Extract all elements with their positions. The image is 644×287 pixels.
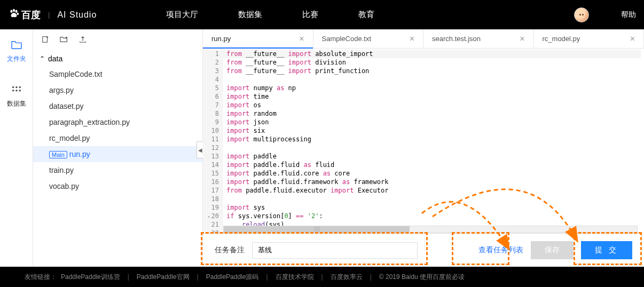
line-gutter: 123456789101112131415161718192021222324 [203,49,223,233]
baidu-text: 百度 [21,9,41,21]
tree-file[interactable]: vocab.py [40,178,196,194]
tab-run-py[interactable]: run.py× [203,29,313,48]
editor-tabs: run.py× SampleCode.txt× search.test.json… [203,29,644,49]
tree-file[interactable]: paragraph_extraction.py [40,114,196,130]
tab-search-json[interactable]: search.test.json× [423,29,534,48]
paw-icon [8,7,20,22]
svg-point-9 [19,90,21,92]
svg-point-7 [12,90,14,92]
tree-file[interactable]: args.py [40,82,196,98]
sidebar-toolbar [33,29,202,51]
footer-link[interactable]: 百度技术学院 [276,273,314,282]
footer-link[interactable]: 百度效率云 [331,273,363,282]
editor-pane: run.py× SampleCode.txt× search.test.json… [203,29,644,267]
tree-file[interactable]: rc_model.py [40,130,196,146]
tree-file[interactable]: dataset.py [40,98,196,114]
rail-folder-label: 文件夹 [7,54,26,63]
collapse-handle[interactable]: ◀ [197,141,203,158]
tree-file[interactable]: SampleCode.txt [40,66,196,82]
caret-icon: ⌃ [40,55,45,62]
svg-point-2 [15,10,18,13]
save-button[interactable]: 保存 [531,241,574,259]
nav-competitions[interactable]: 比赛 [302,10,318,20]
svg-point-6 [19,86,21,89]
close-icon[interactable]: × [299,34,304,44]
svg-point-0 [10,10,12,13]
horizontal-scrollbar[interactable]: │││ [223,226,638,233]
avatar[interactable] [574,7,589,22]
tree-file-selected[interactable]: Mainrun.py [33,146,202,162]
close-icon[interactable]: × [410,34,414,44]
nav-education[interactable]: 教育 [358,10,374,20]
logo-divider: | [48,11,50,19]
rail-dataset-label: 数据集 [7,99,26,108]
svg-point-4 [12,86,14,89]
nav-datasets[interactable]: 数据集 [238,10,262,20]
rail-folder[interactable]: 文件夹 [7,40,26,63]
submit-button[interactable]: 提 交 [581,241,632,259]
tab-label: SampleCode.txt [322,35,372,43]
svg-rect-10 [43,37,48,43]
rail-dataset[interactable]: 数据集 [7,85,26,108]
tree-folder-data[interactable]: ⌃ data [40,51,196,66]
tab-rcmodel[interactable]: rc_model.py× [534,29,645,48]
ai-studio-text[interactable]: AI Studio [57,10,97,20]
close-icon[interactable]: × [630,34,635,44]
header-right: 帮助 [574,7,636,22]
help-link[interactable]: 帮助 [621,10,636,20]
new-file-icon[interactable] [42,36,49,45]
dataset-icon [11,85,22,96]
svg-point-8 [15,90,18,92]
tab-label: run.py [211,35,231,43]
main-area: 文件夹 数据集 ⌃ data SampleCode.txt args.py da… [0,29,644,267]
file-sidebar: ⌃ data SampleCode.txt args.py dataset.py… [33,29,203,267]
tab-label: rc_model.py [543,35,580,43]
view-tasks-link[interactable]: 查看任务列表 [478,245,523,255]
copyright: © 2019 Baidu 使用百度前必读 [379,273,465,282]
bottom-bar: 任务备注 查看任务列表 保存 提 交 [203,233,644,267]
footer-link[interactable]: PaddlePaddle训练营 [61,273,120,282]
nav-projects[interactable]: 项目大厅 [166,10,198,20]
code-content[interactable]: from __future__ import absolute_importfr… [223,49,644,233]
svg-point-1 [13,9,15,12]
svg-point-5 [15,86,18,89]
logo-section: 百度 | AI Studio [8,7,97,22]
upload-icon[interactable] [79,36,87,45]
main-nav: 项目大厅 数据集 比赛 教育 [166,10,374,20]
code-area[interactable]: 123456789101112131415161718192021222324 … [203,49,644,233]
footer-link[interactable]: PaddlePaddle源码 [206,273,259,282]
task-remark-label: 任务备注 [215,245,245,255]
tree-file[interactable]: train.py [40,162,196,178]
friend-links-label: 友情链接： [25,273,57,282]
tab-samplecode[interactable]: SampleCode.txt× [313,29,424,48]
footer: 友情链接： PaddlePaddle训练营| PaddlePaddle官网| P… [0,267,644,287]
main-badge: Main [49,151,67,158]
file-tree: ⌃ data SampleCode.txt args.py dataset.py… [33,51,202,194]
footer-link[interactable]: PaddlePaddle官网 [137,273,190,282]
new-folder-icon[interactable] [60,36,68,45]
selected-file-name: run.py [69,150,90,158]
svg-point-3 [17,13,19,15]
folder-name: data [48,54,62,63]
tab-label: search.test.json [432,35,481,43]
folder-icon [11,40,22,51]
task-remark-input[interactable] [252,242,418,259]
top-header: 百度 | AI Studio 项目大厅 数据集 比赛 教育 帮助 [0,0,644,29]
close-icon[interactable]: × [520,34,524,44]
baidu-logo[interactable]: 百度 [8,7,41,22]
left-rail: 文件夹 数据集 [0,29,33,267]
